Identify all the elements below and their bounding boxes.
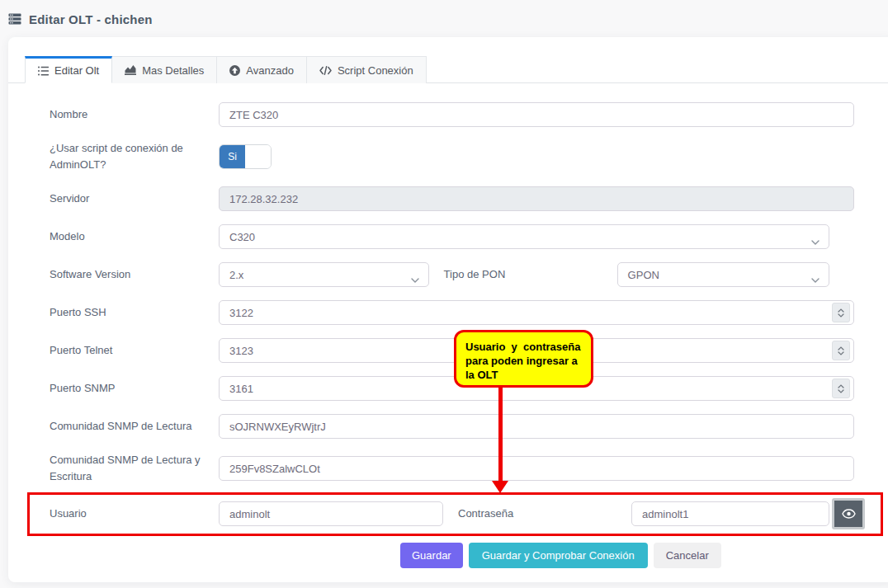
tab-script-conexion[interactable]: Script Conexión — [307, 56, 427, 83]
server-icon — [8, 13, 21, 26]
puerto-ssh-input[interactable] — [219, 300, 854, 325]
software-version-select[interactable]: 2.x — [219, 262, 429, 287]
annotation-arrowhead — [492, 481, 508, 493]
list-icon — [38, 66, 49, 76]
row-nombre: Nombre — [50, 102, 829, 127]
number-stepper[interactable] — [832, 341, 850, 360]
tab-label: Editar Olt — [54, 64, 99, 77]
toggle-off-segment — [245, 145, 271, 168]
toggle-on-segment: Si — [220, 145, 245, 168]
row-servidor: Servidor — [50, 186, 829, 211]
annotation-arrow — [498, 388, 503, 482]
tipo-pon-value: GPON — [628, 269, 659, 281]
tab-editar-olt[interactable]: Editar Olt — [25, 56, 112, 83]
chart-area-icon — [125, 65, 136, 75]
guardar-button[interactable]: Guardar — [400, 543, 463, 568]
servidor-input — [219, 186, 854, 211]
edit-olt-card: Editar Olt Mas Detalles Avanzado Script … — [8, 37, 888, 582]
arrow-circle-up-icon — [229, 65, 240, 76]
chevron-down-icon — [411, 273, 419, 285]
comunidad-escritura-label: Comunidad SNMP de Lectura y Escritura — [50, 452, 219, 485]
cancelar-button[interactable]: Cancelar — [654, 543, 721, 568]
tab-label: Mas Detalles — [142, 64, 204, 77]
tab-avanzado[interactable]: Avanzado — [217, 56, 307, 83]
row-comunidad-escritura: Comunidad SNMP de Lectura y Escritura — [50, 452, 829, 485]
tipo-pon-label: Tipo de PON — [429, 266, 617, 283]
eye-icon — [842, 509, 856, 519]
row-usuario-contrasena: Usuario Contraseña — [50, 498, 829, 529]
modelo-select[interactable]: C320 — [219, 224, 829, 249]
annotation-callout: Usuario y contraseña para poden ingresar… — [454, 330, 593, 388]
tab-mas-detalles[interactable]: Mas Detalles — [112, 56, 217, 83]
tab-label: Avanzado — [246, 64, 294, 77]
software-version-value: 2.x — [229, 269, 243, 281]
row-comunidad-lectura: Comunidad SNMP de Lectura — [50, 414, 829, 439]
usuario-input[interactable] — [219, 501, 443, 526]
edit-olt-form: Nombre ¿Usar script de conexión de Admin… — [8, 83, 829, 568]
nombre-input[interactable] — [219, 102, 854, 127]
servidor-label: Servidor — [50, 191, 219, 207]
number-stepper[interactable] — [832, 303, 850, 322]
usar-script-toggle[interactable]: Si — [219, 144, 272, 169]
row-puerto-ssh: Puerto SSH — [50, 300, 829, 325]
callout-line: la OLT — [465, 368, 586, 382]
nombre-label: Nombre — [50, 106, 219, 123]
software-version-label: Software Version — [50, 266, 219, 283]
password-group — [631, 498, 865, 529]
page-title: Editar OLT - chichen — [29, 12, 153, 26]
chevron-down-icon — [811, 273, 820, 285]
page-header: Editar OLT - chichen — [0, 0, 888, 30]
puerto-ssh-label: Puerto SSH — [50, 304, 219, 321]
puerto-snmp-label: Puerto SNMP — [50, 380, 219, 397]
contrasena-label: Contraseña — [443, 506, 631, 522]
modelo-label: Modelo — [50, 228, 219, 245]
callout-line: Usuario y contraseña — [465, 340, 586, 354]
guardar-comprobar-button[interactable]: Guardar y Comprobar Conexión — [469, 543, 648, 568]
row-software-pon: Software Version 2.x Tipo de PON GPON — [50, 262, 829, 287]
chevron-down-icon — [811, 235, 820, 247]
tipo-pon-select[interactable]: GPON — [617, 262, 829, 287]
usar-script-label: ¿Usar script de conexión de AdminOLT? — [50, 140, 219, 173]
row-modelo: Modelo C320 — [50, 224, 829, 249]
comunidad-lectura-label: Comunidad SNMP de Lectura — [50, 418, 219, 435]
comunidad-escritura-input[interactable] — [219, 456, 854, 481]
puerto-telnet-label: Puerto Telnet — [50, 342, 219, 359]
contrasena-input[interactable] — [631, 501, 829, 526]
tab-label: Script Conexión — [338, 64, 413, 77]
modelo-select-value: C320 — [229, 231, 255, 243]
callout-line: para poden ingresar a — [465, 354, 586, 368]
comunidad-lectura-input[interactable] — [219, 414, 854, 439]
show-password-button[interactable] — [832, 498, 865, 529]
form-actions: Guardar Guardar y Comprobar Conexión Can… — [400, 543, 829, 568]
row-puerto-telnet: Puerto Telnet — [50, 338, 829, 363]
tab-bar: Editar Olt Mas Detalles Avanzado Script … — [8, 56, 888, 83]
number-stepper[interactable] — [832, 379, 850, 398]
code-icon — [319, 66, 332, 75]
row-puerto-snmp: Puerto SNMP — [50, 376, 829, 401]
row-usar-script: ¿Usar script de conexión de AdminOLT? Si — [50, 140, 829, 173]
usuario-label: Usuario — [50, 506, 219, 522]
